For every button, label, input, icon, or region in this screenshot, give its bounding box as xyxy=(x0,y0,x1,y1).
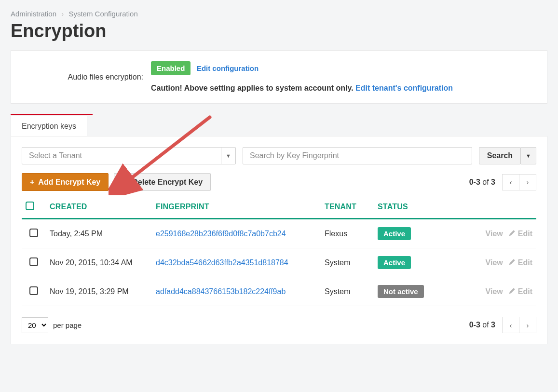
page-title: Encryption xyxy=(11,21,547,41)
column-header-tenant[interactable]: TENANT xyxy=(321,196,374,219)
cell-tenant: Flexus xyxy=(321,219,374,248)
keys-table: CREATED FINGERPRINT TENANT STATUS Today,… xyxy=(22,196,536,306)
tab-active-indicator xyxy=(11,114,93,115)
view-action[interactable]: View xyxy=(486,230,503,238)
breadcrumb-item-system-configuration[interactable]: System Configuration xyxy=(68,10,137,18)
chevron-left-icon: ‹ xyxy=(510,178,512,186)
select-all-checkbox[interactable] xyxy=(26,202,34,210)
edit-tenant-configuration-link[interactable]: Edit tenant's configuration xyxy=(355,84,453,92)
edit-icon xyxy=(509,258,516,267)
per-page-select[interactable]: 20 xyxy=(22,317,48,333)
column-header-fingerprint[interactable]: FINGERPRINT xyxy=(152,196,321,219)
table-row: Today, 2:45 PMe259168e28b236f6f9d0f8c7a0… xyxy=(22,219,536,248)
settings-label-audio-encryption: Audio files encryption: xyxy=(25,73,143,81)
fingerprint-link[interactable]: adfadd4ca8843766153b182c224ff9ab xyxy=(156,287,286,296)
cell-created: Today, 2:45 PM xyxy=(46,219,152,248)
status-badge: Not active xyxy=(378,285,424,298)
table-row: Nov 19, 2015, 3:29 PMadfadd4ca8843766153… xyxy=(22,277,536,306)
edit-icon xyxy=(509,230,516,238)
search-button[interactable]: Search xyxy=(479,147,521,164)
plus-icon: + xyxy=(30,178,34,187)
delete-encrypt-key-label: Delete Encrypt Key xyxy=(132,178,203,187)
view-action[interactable]: View xyxy=(486,287,503,296)
row-checkbox[interactable] xyxy=(29,229,38,237)
next-page-button[interactable]: › xyxy=(519,317,536,333)
per-page-label: per page xyxy=(53,321,82,329)
fingerprint-link[interactable]: e259168e28b236f6f9d0f8c7a0b7cb24 xyxy=(156,230,286,238)
tab-panel-encryption-keys: Select a Tenant ▼ Search ▼ + Add Encrypt… xyxy=(11,136,547,344)
prev-page-button[interactable]: ‹ xyxy=(502,317,519,333)
tabs: Encryption keys Select a Tenant ▼ Se xyxy=(11,115,547,344)
add-encrypt-key-button[interactable]: + Add Encrypt Key xyxy=(22,173,109,191)
status-badge: Active xyxy=(378,256,411,269)
tab-encryption-keys[interactable]: Encryption keys xyxy=(11,116,87,136)
chevron-right-icon: › xyxy=(527,178,529,186)
delete-encrypt-key-button[interactable]: ✕ Delete Encrypt Key xyxy=(114,173,211,191)
table-row: Nov 20, 2015, 10:34 AMd4c32bda54662d63ff… xyxy=(22,248,536,277)
search-dropdown-button[interactable]: ▼ xyxy=(520,147,536,164)
settings-panel: Audio files encryption: Enabled Edit con… xyxy=(11,50,547,104)
edit-action[interactable]: Edit xyxy=(509,258,532,267)
tenant-select-placeholder: Select a Tenant xyxy=(22,148,221,164)
edit-configuration-link[interactable]: Edit configuration xyxy=(197,64,259,72)
edit-action[interactable]: Edit xyxy=(509,230,532,238)
chevron-right-icon: › xyxy=(527,321,529,329)
chevron-down-icon: ▼ xyxy=(221,148,235,164)
search-input[interactable] xyxy=(243,147,472,164)
chevron-down-icon: ▼ xyxy=(526,153,531,159)
fingerprint-link[interactable]: d4c32bda54662d63ffb2a4351d818784 xyxy=(156,258,288,267)
cell-created: Nov 20, 2015, 10:34 AM xyxy=(46,248,152,277)
cell-tenant: System xyxy=(321,248,374,277)
cell-tenant: System xyxy=(321,277,374,306)
view-action[interactable]: View xyxy=(486,258,503,267)
breadcrumb-item-administration[interactable]: Administration xyxy=(11,10,56,18)
column-header-status[interactable]: STATUS xyxy=(374,196,436,219)
chevron-left-icon: ‹ xyxy=(510,321,512,329)
caution-text: Caution! Above setting applies to system… xyxy=(151,84,355,92)
status-badge-enabled: Enabled xyxy=(151,61,191,75)
prev-page-button[interactable]: ‹ xyxy=(502,174,519,190)
tenant-select[interactable]: Select a Tenant ▼ xyxy=(22,147,236,164)
pagination-range-bottom: 0-3 of 3 xyxy=(469,321,495,329)
column-header-created[interactable]: CREATED xyxy=(46,196,152,219)
edit-action[interactable]: Edit xyxy=(509,287,532,296)
status-badge: Active xyxy=(378,227,411,240)
breadcrumb: Administration › System Configuration xyxy=(11,10,547,18)
chevron-right-icon: › xyxy=(61,10,64,18)
pagination-range-top: 0-3 of 3 xyxy=(469,178,495,187)
edit-icon xyxy=(509,287,516,296)
row-checkbox[interactable] xyxy=(29,257,38,266)
cell-created: Nov 19, 2015, 3:29 PM xyxy=(46,277,152,306)
add-encrypt-key-label: Add Encrypt Key xyxy=(38,178,100,187)
next-page-button[interactable]: › xyxy=(519,174,536,190)
close-icon: ✕ xyxy=(122,177,128,187)
row-checkbox[interactable] xyxy=(29,286,38,295)
